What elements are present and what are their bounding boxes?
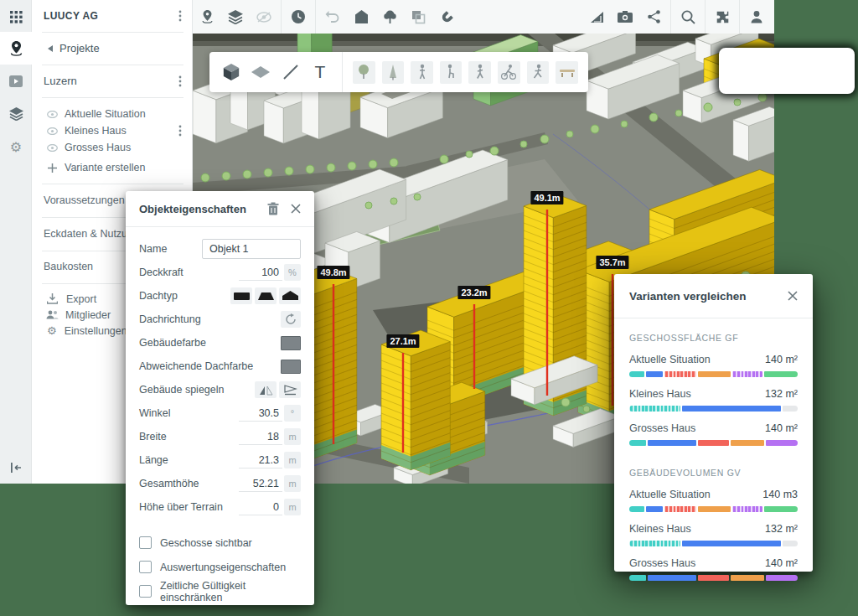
create-variant-button[interactable]: Variante erstellen bbox=[32, 159, 192, 176]
collapse-sidebar-icon[interactable] bbox=[0, 458, 32, 478]
close-icon[interactable] bbox=[291, 204, 301, 214]
measure-tool[interactable] bbox=[582, 0, 611, 34]
location-pin-icon[interactable] bbox=[0, 32, 32, 65]
visibility-eye-icon[interactable] bbox=[47, 111, 58, 118]
gear-icon[interactable]: ⚙ bbox=[0, 137, 32, 157]
magnet-tool[interactable] bbox=[432, 0, 461, 34]
flip-horizontal-icon bbox=[259, 385, 273, 396]
project-name: Luzern bbox=[44, 75, 77, 87]
duplicate-tool[interactable] bbox=[404, 0, 432, 34]
building-tool[interactable] bbox=[347, 0, 375, 34]
rooftype-gable-button[interactable] bbox=[279, 287, 301, 304]
asset-tree-round[interactable] bbox=[353, 61, 375, 84]
close-icon[interactable] bbox=[788, 291, 798, 301]
asset-cyclist[interactable] bbox=[498, 61, 520, 84]
compare-row: Kleines Haus132 m² bbox=[629, 523, 798, 546]
account-tool[interactable] bbox=[742, 0, 771, 34]
rooftype-flat-button[interactable] bbox=[230, 287, 252, 304]
asset-person-running[interactable] bbox=[527, 61, 550, 84]
location-pin-tool[interactable] bbox=[193, 0, 221, 34]
rotate-roof-button[interactable] bbox=[281, 311, 301, 328]
roof-color-swatch[interactable] bbox=[281, 360, 301, 374]
variant-row-kleines-haus[interactable]: Kleines Haus bbox=[32, 122, 192, 139]
main-toolbar bbox=[193, 0, 774, 34]
bar-segment bbox=[698, 575, 730, 581]
layers-tool[interactable] bbox=[221, 0, 250, 34]
building-color-swatch[interactable] bbox=[281, 336, 301, 350]
app-menu-kebab-icon[interactable] bbox=[178, 10, 182, 22]
mirror-vertical-button[interactable] bbox=[279, 381, 301, 398]
laenge-value[interactable]: 21.3 bbox=[239, 453, 282, 468]
hoehe-terrain-value[interactable]: 0 bbox=[239, 500, 282, 515]
project-row[interactable]: Luzern bbox=[32, 65, 192, 97]
visibility-eye-icon[interactable] bbox=[47, 127, 58, 135]
name-input[interactable] bbox=[202, 239, 301, 259]
floating-box bbox=[719, 48, 855, 94]
asset-tree-conifer[interactable] bbox=[382, 61, 405, 84]
variant-row-grosses-haus[interactable]: Grosses Haus bbox=[32, 139, 192, 156]
project-menu-kebab-icon[interactable] bbox=[178, 75, 182, 87]
undo-tool[interactable] bbox=[318, 0, 347, 34]
deckkraft-value[interactable]: 100 bbox=[239, 265, 282, 281]
tree-paint-tool[interactable] bbox=[375, 0, 404, 34]
mirror-horizontal-button[interactable] bbox=[255, 381, 277, 398]
variant-row-aktuelle-situation[interactable]: Aktuelle Situation bbox=[32, 106, 192, 122]
gesamthoehe-value[interactable]: 52.21 bbox=[239, 476, 282, 492]
checkbox-icon[interactable] bbox=[139, 561, 152, 573]
rooftype-hip-button[interactable] bbox=[255, 287, 277, 304]
visibility-eye-icon[interactable] bbox=[47, 144, 58, 152]
checkbox-geschosse-sichtbar[interactable]: Geschosse sichtbar bbox=[139, 531, 301, 555]
people-icon bbox=[46, 310, 59, 319]
history-clock-tool[interactable] bbox=[284, 0, 313, 34]
checkbox-icon[interactable] bbox=[139, 536, 152, 549]
variant-menu-kebab-icon[interactable] bbox=[178, 125, 182, 137]
bar-segment bbox=[682, 406, 781, 412]
bar-segment bbox=[698, 371, 731, 377]
breite-value[interactable]: 18 bbox=[239, 429, 282, 445]
variant-label: Aktuelle Situation bbox=[65, 108, 146, 120]
area-diamond-tool[interactable] bbox=[246, 57, 277, 87]
bar-segment bbox=[764, 371, 798, 377]
visibility-off-tool[interactable] bbox=[250, 0, 278, 34]
screenshot-stage: ⚙ LUUCY AG Projekte Luzern Ak bbox=[0, 0, 858, 616]
hip-roof-icon bbox=[258, 291, 274, 301]
compare-row: Grosses Haus140 m² bbox=[629, 557, 798, 581]
bar-segment bbox=[629, 440, 646, 446]
checkbox-icon[interactable] bbox=[139, 585, 152, 598]
checkbox-zeitliche-gueltigkeit[interactable]: Zeitliche Gültigkeit einschränken bbox=[139, 579, 301, 603]
icon-rail: ⚙ bbox=[0, 0, 32, 484]
checkbox-auswertungseigenschaften[interactable]: Auswertungseigenschaften bbox=[139, 555, 301, 579]
line-tool[interactable] bbox=[276, 57, 306, 87]
winkel-value[interactable]: 30.5 bbox=[239, 406, 282, 422]
screenshot-camera-tool[interactable] bbox=[611, 0, 639, 34]
asset-person-sitting[interactable] bbox=[440, 61, 463, 84]
asset-bench[interactable] bbox=[556, 61, 578, 84]
compare-row: Kleines Haus132 m² bbox=[629, 388, 798, 412]
trash-icon[interactable] bbox=[267, 202, 279, 215]
asset-person-walking[interactable] bbox=[468, 61, 491, 84]
nav-back-projekte[interactable]: Projekte bbox=[32, 32, 192, 65]
height-label: 23.2m bbox=[457, 286, 490, 299]
layers-icon[interactable] bbox=[0, 104, 32, 124]
gear-icon: ⚙ bbox=[47, 324, 57, 337]
panel-title: Objekteigenschaften bbox=[139, 203, 267, 215]
bar-segment bbox=[629, 506, 644, 512]
bar-segment bbox=[629, 371, 644, 377]
field-name: Name bbox=[139, 237, 301, 261]
bar-segment bbox=[648, 575, 696, 581]
variant-bar bbox=[629, 440, 798, 446]
bar-segment bbox=[731, 440, 764, 446]
bar-segment bbox=[764, 506, 798, 512]
bar-segment bbox=[664, 506, 696, 512]
scenes-icon[interactable] bbox=[0, 71, 32, 91]
bar-segment bbox=[698, 440, 730, 446]
search-tool[interactable] bbox=[674, 0, 702, 34]
volume-cube-tool[interactable] bbox=[216, 57, 246, 87]
bar-segment bbox=[629, 541, 680, 546]
bar-segment bbox=[731, 575, 764, 581]
share-tool[interactable] bbox=[639, 0, 668, 34]
asset-person-standing[interactable] bbox=[411, 61, 433, 84]
apps-grid-icon[interactable] bbox=[0, 7, 32, 27]
plugins-tool[interactable] bbox=[708, 0, 737, 34]
text-tool[interactable]: T bbox=[306, 57, 336, 87]
